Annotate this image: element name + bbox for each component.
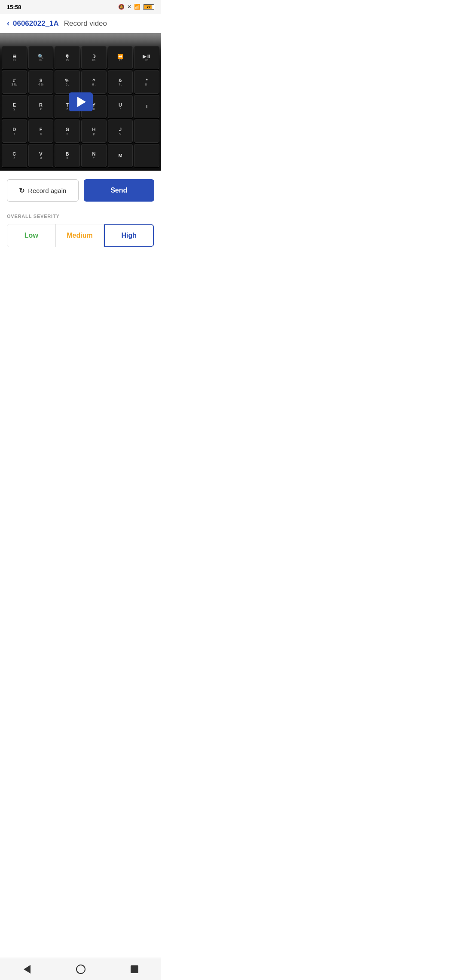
header: ‹ 06062022_1A Record video <box>0 14 161 33</box>
severity-buttons: Low Medium High <box>7 224 154 247</box>
key-6: ^ 6 , <box>81 70 107 94</box>
battery-icon: 77 <box>143 4 154 10</box>
record-again-button[interactable]: ↻ Record again <box>7 179 79 202</box>
refresh-icon: ↻ <box>19 187 24 195</box>
status-bar: 15:58 🔕 ✕ 📶 77 <box>0 0 161 14</box>
key-i: I <box>134 95 159 118</box>
header-title: 06062022_1A <box>13 19 59 28</box>
key-f3: ⊟ F3 <box>2 46 27 69</box>
severity-medium-button[interactable]: Medium <box>56 224 104 247</box>
key-f8: ▶⏸ F8 <box>134 46 159 69</box>
key-r: R к <box>28 95 54 118</box>
status-time: 15:58 <box>7 4 21 10</box>
key-f4: 🔍 F4 <box>28 46 54 69</box>
header-subtitle: Record video <box>64 19 107 28</box>
key-f: F а <box>28 119 54 143</box>
key-v: V м <box>28 144 54 167</box>
key-h: H р <box>81 119 107 143</box>
key-7: & 7 . <box>108 70 133 94</box>
key-8: * 8 : <box>134 70 159 94</box>
mute-icon: 🔕 <box>118 4 125 10</box>
key-row-fn: ⊟ F3 🔍 F4 🎙 F5 ☽ F6 ⏪ F7 <box>2 46 159 69</box>
key-c: C с <box>2 144 27 167</box>
send-button[interactable]: Send <box>84 179 155 202</box>
key-m: M <box>108 144 133 167</box>
key-f5: 🎙 F5 <box>55 46 80 69</box>
action-buttons: ↻ Record again Send <box>0 171 161 210</box>
severity-section-label: OVERALL SEVERITY <box>7 214 154 219</box>
key-j: J о <box>108 119 133 143</box>
wifi-icon: 📶 <box>134 4 140 10</box>
play-button[interactable] <box>69 92 93 111</box>
key-row-numbers: # 3 № $ 4 % % 5 : ^ 6 , & 7 . <box>2 70 159 94</box>
key-empty1 <box>134 119 159 143</box>
record-again-label: Record again <box>28 187 66 194</box>
status-icons: 🔕 ✕ 📶 77 <box>118 4 154 10</box>
key-b: B и <box>55 144 80 167</box>
close-icon: ✕ <box>127 4 131 10</box>
video-container[interactable]: ⊟ F3 🔍 F4 🎙 F5 ☽ F6 ⏪ F7 <box>0 33 161 171</box>
play-triangle-icon <box>77 97 86 107</box>
key-empty2 <box>134 144 159 167</box>
severity-low-button[interactable]: Low <box>7 224 56 247</box>
back-button[interactable]: ‹ <box>7 19 9 28</box>
key-f6: ☽ F6 <box>81 46 107 69</box>
key-3: # 3 № <box>2 70 27 94</box>
key-row-home: D в F а G п H р J о <box>2 119 159 143</box>
key-f7: ⏪ F7 <box>108 46 133 69</box>
key-row-bottom: C с V м B и N т M <box>2 144 159 167</box>
key-e: E у <box>2 95 27 118</box>
key-5: % 5 : <box>55 70 80 94</box>
key-u: U г <box>108 95 133 118</box>
key-4: $ 4 % <box>28 70 54 94</box>
key-d: D в <box>2 119 27 143</box>
severity-high-button[interactable]: High <box>104 224 154 247</box>
severity-section: OVERALL SEVERITY Low Medium High <box>0 210 161 256</box>
key-n: N т <box>81 144 107 167</box>
key-g: G п <box>55 119 80 143</box>
